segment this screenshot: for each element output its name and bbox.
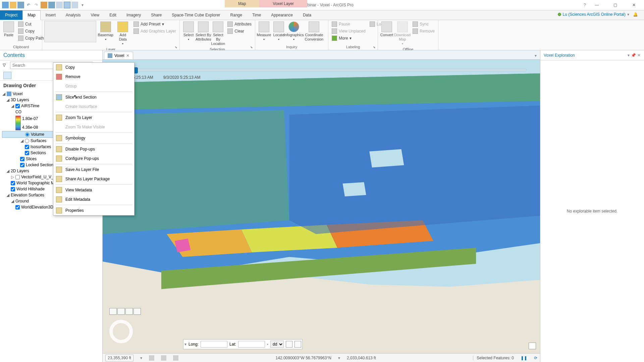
qat-btn6[interactable] <box>48 2 55 8</box>
portal-user[interactable]: Lu (Sciences ArcGIS Online Portal) ▾ 🔔 <box>554 12 641 17</box>
view-unplaced-button[interactable]: View Unplaced <box>330 28 367 35</box>
filter-icon[interactable]: ▽ <box>3 63 8 68</box>
cm-disable-popup[interactable]: Disable Pop-ups <box>53 144 134 154</box>
tab-analysis[interactable]: Analysis <box>61 10 86 20</box>
tab-edit[interactable]: Edit <box>104 10 121 20</box>
clear-button[interactable]: Clear <box>226 28 253 35</box>
qat-btn5[interactable] <box>41 2 47 8</box>
map-canvas[interactable]: 9/2/2020 5:25:13 AM 9/3/2020 5:25:13 AM … <box>103 60 540 353</box>
attributes-button[interactable]: Attributes <box>226 21 253 27</box>
cut-button[interactable]: Cut <box>17 21 45 27</box>
pane-close-icon[interactable]: ✕ <box>637 53 641 58</box>
qat-btn8[interactable] <box>64 2 70 8</box>
view-drawing-order[interactable] <box>3 72 11 79</box>
surfaces-radio[interactable] <box>25 139 29 143</box>
labeling-launcher[interactable]: ⬊ <box>373 46 377 50</box>
nav-options[interactable] <box>133 308 141 315</box>
scale-input[interactable]: 23,355,390 ft <box>105 355 133 361</box>
long-input[interactable] <box>201 341 227 348</box>
view-source[interactable] <box>13 72 21 79</box>
tab-data[interactable]: Data <box>298 10 316 20</box>
copy-button[interactable]: Copy <box>17 28 45 35</box>
tab-imagery[interactable]: Imagery <box>121 10 146 20</box>
add-preset-button[interactable]: Add Preset ▾ <box>132 21 177 27</box>
status-icon-2[interactable] <box>161 355 166 361</box>
tab-project[interactable]: Project <box>0 10 22 20</box>
vector-checkbox[interactable] <box>15 175 20 179</box>
maximize-button[interactable]: ▢ <box>608 0 623 10</box>
cm-view-metadata[interactable]: View Metadata <box>53 185 134 195</box>
tab-view[interactable]: View <box>86 10 104 20</box>
coord-tool-button[interactable] <box>294 341 301 348</box>
tab-stcube[interactable]: Space-Time Cube Explorer <box>167 10 225 20</box>
cm-zoom-layer[interactable]: Zoom To Layer <box>53 113 134 122</box>
help-icon[interactable]: ? <box>584 3 586 7</box>
status-icon-3[interactable] <box>173 355 178 361</box>
airstime-checkbox[interactable] <box>15 104 20 108</box>
view-labeling[interactable] <box>34 72 42 79</box>
tab-appearance[interactable]: Appearance <box>266 10 298 20</box>
close-button[interactable]: ✕ <box>626 0 641 10</box>
goto-button[interactable] <box>286 341 292 348</box>
qat-save[interactable] <box>17 2 24 8</box>
cm-share-pkg[interactable]: Share As Layer Package <box>53 174 134 184</box>
select-button[interactable]: Select▾ <box>182 21 195 42</box>
tab-map[interactable]: Map <box>22 10 40 20</box>
qat-open[interactable] <box>10 2 16 8</box>
locked-checkbox[interactable] <box>20 163 24 167</box>
tab-share[interactable]: Share <box>146 10 167 20</box>
terrain-checkbox[interactable] <box>15 205 20 209</box>
qat-undo[interactable]: ↶ <box>25 2 32 8</box>
sync-button[interactable]: Sync <box>411 21 436 27</box>
slices-checkbox[interactable] <box>20 157 24 161</box>
cm-properties[interactable]: Properties <box>53 206 134 215</box>
tab-time[interactable]: Time <box>247 10 266 20</box>
download-map-button[interactable]: Download Map▾ <box>395 21 410 47</box>
cm-config-popup[interactable]: Configure Pop-ups <box>53 154 134 163</box>
qat-redo[interactable]: ↷ <box>33 2 40 8</box>
qat-customize[interactable]: ▾ <box>79 2 86 8</box>
close-tab-icon[interactable]: ✕ <box>126 53 129 58</box>
basemap-button[interactable]: Basemap▾ <box>98 21 114 42</box>
snapshot-button[interactable] <box>529 343 536 349</box>
nav-extent[interactable] <box>117 308 125 315</box>
locate-button[interactable]: Locate▾ <box>272 21 285 42</box>
pane-pin-icon[interactable]: 📌 <box>631 53 636 58</box>
infographics-button[interactable]: Infographics▾ <box>287 21 301 42</box>
compass-icon[interactable] <box>109 320 133 343</box>
more-button[interactable]: More ▾ <box>330 35 367 42</box>
notification-icon[interactable]: 🔔 <box>633 12 638 17</box>
measure-button[interactable]: Measure▾ <box>257 21 271 42</box>
view-selection[interactable] <box>23 72 32 79</box>
context-tab-voxel[interactable]: Voxel Layer <box>259 0 307 7</box>
layer-launcher[interactable]: ⬊ <box>175 46 179 50</box>
nav-up[interactable] <box>109 308 117 315</box>
pane-menu-icon[interactable]: ▾ <box>628 53 630 58</box>
cm-copy[interactable]: Copy <box>53 63 134 72</box>
unit-select[interactable]: dd <box>270 341 284 348</box>
add-data-button[interactable]: Add Data▾ <box>115 21 131 47</box>
cm-edit-metadata[interactable]: Edit Metadata <box>53 195 134 204</box>
tab-range[interactable]: Range <box>225 10 247 20</box>
remove-button[interactable]: Remove <box>411 28 436 35</box>
cm-slice-section[interactable]: Slice and Section <box>53 93 134 102</box>
qat-btn7[interactable] <box>56 2 63 8</box>
status-icon-1[interactable] <box>149 355 154 361</box>
add-graphics-button[interactable]: Add Graphics Layer <box>132 28 177 35</box>
cm-remove[interactable]: Remove <box>53 72 134 81</box>
context-tab-map[interactable]: Map <box>225 0 259 7</box>
selection-launcher[interactable]: ⬊ <box>250 46 254 50</box>
pause-button[interactable]: Pause <box>330 21 367 27</box>
refresh-icon[interactable]: ⟳ <box>534 356 537 360</box>
isosurfaces-checkbox[interactable] <box>25 145 29 149</box>
document-tab-voxel[interactable]: Voxel ✕ <box>104 52 133 59</box>
pause-draw-icon[interactable]: ❚❚ <box>521 356 527 360</box>
explore-tools[interactable] <box>44 21 96 42</box>
cm-symbology[interactable]: Symbology <box>53 133 134 143</box>
nav-pedestrian[interactable] <box>125 308 133 315</box>
cm-save-layer[interactable]: Save As Layer File <box>53 165 134 174</box>
convert-button[interactable]: Convert <box>380 21 393 38</box>
tab-dropdown[interactable]: ▾ <box>531 52 540 59</box>
coord-button[interactable]: Coordinate Conversion <box>302 21 326 42</box>
topo-checkbox[interactable] <box>11 181 15 185</box>
